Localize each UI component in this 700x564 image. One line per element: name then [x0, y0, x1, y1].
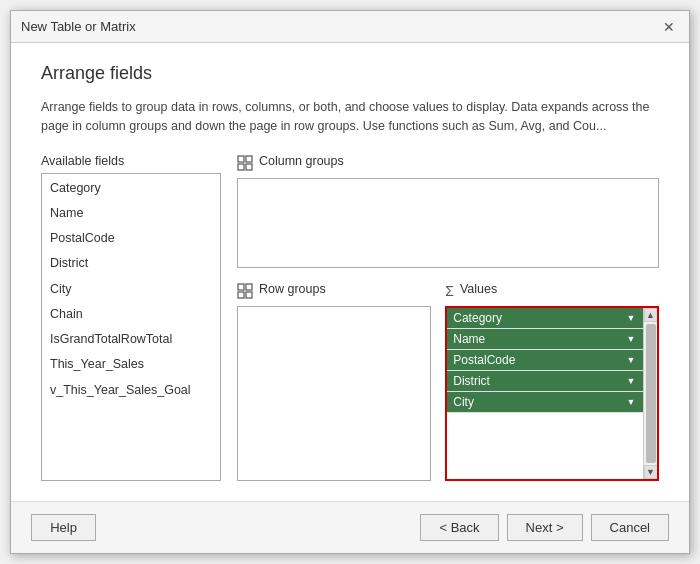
back-button[interactable]: < Back [420, 514, 498, 541]
svg-rect-1 [246, 156, 252, 162]
row-groups-header: Row groups [237, 282, 431, 301]
row-groups-icon [237, 283, 253, 299]
description-text: Arrange fields to group data in rows, co… [41, 98, 659, 136]
available-fields-panel: Available fields Category Name PostalCod… [41, 154, 221, 482]
bottom-sections: Row groups Σ Values [237, 282, 659, 482]
field-item-category[interactable]: Category [42, 176, 220, 201]
row-groups-label: Row groups [259, 282, 326, 296]
field-item-district[interactable]: District [42, 251, 220, 276]
column-groups-label: Column groups [259, 154, 344, 168]
cancel-button[interactable]: Cancel [591, 514, 669, 541]
dialog: New Table or Matrix ✕ Arrange fields Arr… [10, 10, 690, 554]
value-item-category-label: Category [453, 311, 502, 325]
svg-rect-3 [246, 164, 252, 170]
values-scrollbar[interactable]: ▲ ▼ [643, 308, 657, 480]
column-groups-icon [237, 155, 253, 171]
svg-rect-2 [238, 164, 244, 170]
scroll-down-button[interactable]: ▼ [644, 465, 658, 479]
svg-rect-7 [246, 292, 252, 298]
svg-rect-4 [238, 284, 244, 290]
value-item-district[interactable]: District ▼ [447, 371, 643, 392]
column-groups-section: Column groups [237, 154, 659, 268]
field-item-name[interactable]: Name [42, 201, 220, 226]
fields-area: Available fields Category Name PostalCod… [41, 154, 659, 482]
field-item-chain[interactable]: Chain [42, 302, 220, 327]
value-item-district-dropdown[interactable]: ▼ [625, 375, 637, 387]
right-area: Column groups [237, 154, 659, 482]
dialog-body: Arrange fields Arrange fields to group d… [11, 43, 689, 501]
value-item-name-dropdown[interactable]: ▼ [625, 333, 637, 345]
value-item-city-label: City [453, 395, 474, 409]
scroll-thumb[interactable] [646, 324, 656, 464]
dialog-title: New Table or Matrix [21, 19, 136, 34]
value-item-postalcode[interactable]: PostalCode ▼ [447, 350, 643, 371]
value-item-category-dropdown[interactable]: ▼ [625, 312, 637, 324]
sigma-icon: Σ [445, 283, 454, 299]
values-label: Values [460, 282, 497, 296]
value-item-postalcode-dropdown[interactable]: ▼ [625, 354, 637, 366]
value-item-name[interactable]: Name ▼ [447, 329, 643, 350]
values-items: Category ▼ Name ▼ PostalCode [447, 308, 657, 480]
field-item-this-year-sales[interactable]: This_Year_Sales [42, 352, 220, 377]
help-button[interactable]: Help [31, 514, 96, 541]
title-bar: New Table or Matrix ✕ [11, 11, 689, 43]
field-item-v-this-year-sales-goal[interactable]: v_This_Year_Sales_Goal [42, 378, 220, 403]
field-item-city[interactable]: City [42, 277, 220, 302]
column-groups-header: Column groups [237, 154, 659, 173]
svg-rect-6 [238, 292, 244, 298]
values-section: Σ Values Category ▼ [445, 282, 659, 482]
field-item-isgrandtotal[interactable]: IsGrandTotalRowTotal [42, 327, 220, 352]
value-item-district-label: District [453, 374, 490, 388]
values-box: Category ▼ Name ▼ PostalCode [445, 306, 659, 482]
value-item-name-label: Name [453, 332, 485, 346]
svg-rect-5 [246, 284, 252, 290]
value-item-category[interactable]: Category ▼ [447, 308, 643, 329]
value-item-postalcode-label: PostalCode [453, 353, 515, 367]
dialog-footer: Help < Back Next > Cancel [11, 501, 689, 553]
row-groups-section: Row groups [237, 282, 431, 482]
svg-rect-0 [238, 156, 244, 162]
row-groups-box[interactable] [237, 306, 431, 482]
value-item-city-dropdown[interactable]: ▼ [625, 396, 637, 408]
available-fields-list[interactable]: Category Name PostalCode District City C… [41, 173, 221, 482]
value-item-city[interactable]: City ▼ [447, 392, 643, 413]
footer-right: < Back Next > Cancel [420, 514, 669, 541]
page-title: Arrange fields [41, 63, 659, 84]
footer-left: Help [31, 514, 96, 541]
close-button[interactable]: ✕ [659, 17, 679, 37]
scroll-up-button[interactable]: ▲ [644, 308, 658, 322]
available-fields-label: Available fields [41, 154, 221, 168]
values-header: Σ Values [445, 282, 659, 301]
column-groups-box[interactable] [237, 178, 659, 268]
field-item-postalcode[interactable]: PostalCode [42, 226, 220, 251]
values-list[interactable]: Category ▼ Name ▼ PostalCode [447, 308, 643, 480]
next-button[interactable]: Next > [507, 514, 583, 541]
